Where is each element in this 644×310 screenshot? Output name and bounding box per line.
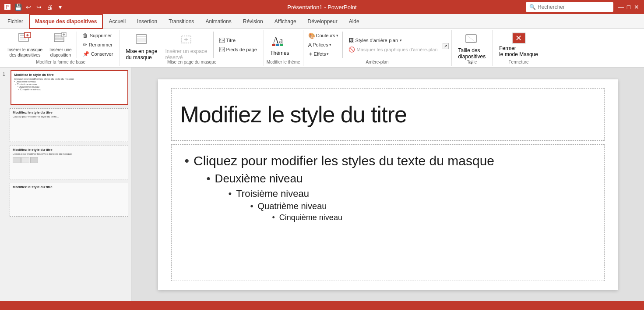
btn-effets[interactable]: ✦ Effets ▾ xyxy=(306,50,341,58)
redo-icon[interactable]: ↪ xyxy=(35,3,43,11)
search-icon: 🔍 xyxy=(529,4,536,10)
fermer-x-icon: ✕ xyxy=(512,32,526,44)
btn-inserer-disposition-label: Insérer unedisposition xyxy=(49,47,72,58)
tab-revision[interactable]: Révision xyxy=(237,14,269,29)
undo-icon[interactable]: ↩ xyxy=(25,3,32,11)
pieds-checkbox[interactable]: ✓ xyxy=(219,47,225,52)
powerpoint-logo-icon: 🅿 xyxy=(4,3,11,11)
close-icon[interactable]: ✕ xyxy=(633,3,640,11)
search-input[interactable] xyxy=(538,4,608,10)
slide-canvas[interactable]: Modifiez le style du titre • Cliquez pou… xyxy=(158,79,618,290)
bullet-level3: • Troisième niveau xyxy=(185,188,591,200)
titre-checkbox[interactable]: ✓ xyxy=(219,38,225,43)
svg-rect-3 xyxy=(20,39,26,39)
slide-body-area[interactable]: • Cliquez pour modifier les styles du te… xyxy=(171,144,605,281)
tab-affichage[interactable]: Affichage xyxy=(269,14,302,29)
insert-disposition-icon xyxy=(54,32,67,46)
divider2 xyxy=(213,32,214,58)
btn-inserer-disposition[interactable]: Insérer unedisposition xyxy=(46,32,75,58)
tab-animations[interactable]: Animations xyxy=(200,14,237,29)
btn-masquer-graphiques[interactable]: 🚫 Masquer les graphiques d'arrière-plan xyxy=(345,45,442,54)
group-modifier-forme: Insérer le masquedes diapositives Insére xyxy=(2,30,120,66)
group-modifier-theme-label: Modifier le thème xyxy=(267,59,300,65)
save-icon[interactable]: 💾 xyxy=(14,3,22,11)
btn-couleurs[interactable]: 🎨 Couleurs ▾ xyxy=(306,31,341,40)
svg-rect-21 xyxy=(272,44,275,46)
tab-aide[interactable]: Aide xyxy=(343,14,365,29)
delete-icon: 🗑 xyxy=(83,32,88,39)
btn-themes[interactable]: Aa Thèmes xyxy=(267,31,293,58)
slide-thumb-title-2: Modifiez le style du titre xyxy=(13,110,125,114)
tab-insertion[interactable]: Insertion xyxy=(131,14,163,29)
maximize-icon[interactable]: □ xyxy=(625,3,633,11)
tab-fichier[interactable]: Fichier xyxy=(2,14,29,29)
svg-rect-23 xyxy=(280,44,283,46)
btn-fermer-masque[interactable]: ✕ Fermerle mode Masque xyxy=(495,31,542,58)
customize-icon[interactable]: ▾ xyxy=(56,3,64,11)
slide-thumb-4[interactable]: Modifiez le style du titre xyxy=(2,182,129,217)
bullet-text-1: Cliquez pour modifier les styles du text… xyxy=(194,153,494,168)
tab-masque[interactable]: Masque des diapositives xyxy=(29,14,103,29)
bullet-level5: • Cinquième niveau xyxy=(185,213,591,222)
polices-icon: A xyxy=(308,42,312,48)
btn-titre-check[interactable]: ✓ Titre xyxy=(215,36,261,45)
btn-taille-diapositives[interactable]: Taille desdiapositives ▾ xyxy=(454,31,490,58)
bullet-level4: • Quatrième niveau xyxy=(185,201,591,211)
btn-supprimer[interactable]: 🗑 Supprimer xyxy=(79,31,117,40)
app-title: Présentation1 - PowerPoint xyxy=(287,4,356,11)
expand-arriere-plan[interactable]: ↗ xyxy=(443,43,449,49)
slide-thumb-body-3: Lignes pour modifier les styles du texte… xyxy=(13,153,125,155)
btn-conserver[interactable]: 📌 Conserver xyxy=(79,50,117,58)
slide-img-4: Modifiez le style du titre xyxy=(10,183,128,217)
arriere-btns-col2: 🖼 Styles d'arrière-plan ▾ 🚫 Masquer les … xyxy=(345,36,442,54)
group-taille-label: Taille xyxy=(454,59,490,65)
title-bar: 🅿 💾 ↩ ↪ 🖨 ▾ Présentation1 - PowerPoint 🔍… xyxy=(0,0,644,14)
search-box[interactable]: 🔍 xyxy=(526,2,613,12)
slide-thumb-body-2: Cliquez pour modifier le style du texte.… xyxy=(13,115,125,118)
group-mise-en-page-content: Mise en pagedu masque Insérer un espacer… xyxy=(123,31,260,59)
tab-accueil[interactable]: Accueil xyxy=(103,14,131,29)
svg-rect-22 xyxy=(276,44,279,46)
bullet-dot-1: • xyxy=(185,153,190,168)
bullet-text-3: Troisième niveau xyxy=(236,188,309,200)
minimize-icon[interactable]: — xyxy=(617,3,625,11)
tab-developpeur[interactable]: Développeur xyxy=(302,14,343,29)
btn-mise-en-page[interactable]: Mise en pagedu masque xyxy=(123,31,160,58)
print-icon[interactable]: 🖨 xyxy=(46,3,53,11)
mise-en-page-icon xyxy=(135,33,148,47)
slide-img-inner-2: Modifiez le style du titre Cliquez pour … xyxy=(10,109,128,142)
svg-text:Aa: Aa xyxy=(273,36,283,45)
slide-thumb-3[interactable]: Modifiez le style du titre Lignes pour m… xyxy=(2,145,129,180)
title-bar-left: 🅿 💾 ↩ ↪ 🖨 ▾ xyxy=(4,3,64,11)
btn-polices[interactable]: A Polices ▾ xyxy=(306,40,341,49)
rename-icon: ✏ xyxy=(83,42,87,48)
effets-label: Effets xyxy=(314,51,326,57)
tab-transitions[interactable]: Transitions xyxy=(163,14,200,29)
btn-styles-arriere-plan[interactable]: 🖼 Styles d'arrière-plan ▾ xyxy=(345,36,442,45)
group-arriere-plan: 🎨 Couleurs ▾ A Polices ▾ ✦ Effets ▾ xyxy=(303,30,452,66)
slide-title-area[interactable]: Modifiez le style du titre xyxy=(171,88,605,141)
slide-thumb-title-3: Modifiez le style du titre xyxy=(13,148,125,152)
btn-themes-label: Thèmes xyxy=(270,50,289,56)
polices-label: Polices xyxy=(313,42,328,47)
group-modifier-theme: Aa Thèmes Modifier le thème xyxy=(264,30,303,66)
slide-img-3: Modifiez le style du titre Lignes pour m… xyxy=(10,146,128,179)
bullet-text-5: Cinquième niveau xyxy=(279,213,342,222)
slide-3-images xyxy=(13,157,125,163)
slide-thumb-1[interactable]: 1 Modifiez le style du titre Cliquez pou… xyxy=(2,69,129,106)
group-modifier-theme-content: Aa Thèmes xyxy=(267,31,300,59)
slide-main: Modifiez le style du titre • Cliquez pou… xyxy=(131,68,644,301)
slide-thumb-2[interactable]: Modifiez le style du titre Cliquez pour … xyxy=(2,107,129,143)
group-fermeture: ✕ Fermerle mode Masque Fermeture xyxy=(493,30,545,66)
btn-inserer-masque[interactable]: Insérer le masquedes diapositives xyxy=(4,32,46,58)
divider3 xyxy=(342,32,343,58)
bullet-level2: • Deuxième niveau xyxy=(185,172,591,185)
btn-renommer[interactable]: ✏ Renommer xyxy=(79,40,117,49)
main-layout: 1 Modifiez le style du titre Cliquez pou… xyxy=(0,68,644,301)
ribbon-tabs: Fichier Masque des diapositives Accueil … xyxy=(0,14,644,29)
btn-inserer-espace[interactable]: Insérer un espaceréservé xyxy=(161,31,211,58)
slide-img-1: Modifiez le style du titre Cliquez pour … xyxy=(11,70,128,105)
slide-3-img3 xyxy=(30,157,38,163)
couleurs-dropdown-arrow: ▾ xyxy=(336,33,338,38)
btn-pieds-check[interactable]: ✓ Pieds de page xyxy=(215,45,261,54)
